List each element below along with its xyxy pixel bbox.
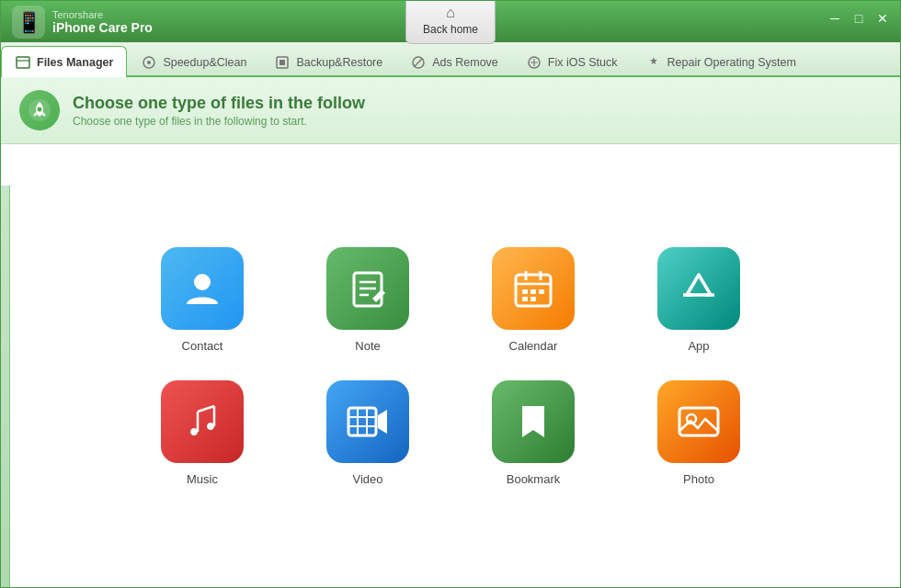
bookmark-label: Bookmark	[507, 472, 561, 486]
file-item-note[interactable]: Note	[303, 247, 432, 353]
svg-rect-24	[539, 289, 544, 294]
svg-line-9	[415, 59, 422, 66]
back-home-icon: ⌂	[446, 5, 455, 21]
file-item-bookmark[interactable]: Bookmark	[469, 380, 598, 486]
tab-ads-remove[interactable]: Ads Remove	[396, 46, 512, 77]
calendar-icon-box	[492, 247, 575, 330]
tab-repair-os[interactable]: Repair Operating System	[632, 46, 810, 77]
svg-point-5	[147, 61, 151, 64]
tab-files-manager[interactable]: Files Manager	[1, 46, 127, 77]
app-icon-box	[657, 247, 740, 330]
file-grid: Contact Note	[138, 247, 763, 486]
svg-rect-26	[530, 297, 536, 301]
calendar-label: Calendar	[509, 339, 558, 353]
app-logo: 📱 Tenorshare iPhone Care Pro	[1, 6, 164, 39]
svg-rect-7	[279, 60, 285, 65]
note-icon	[345, 266, 391, 311]
maximize-button[interactable]: □	[849, 8, 869, 28]
svg-rect-2	[17, 57, 29, 68]
svg-point-12	[38, 107, 42, 112]
svg-rect-30	[348, 408, 376, 435]
app-store-icon	[676, 266, 722, 311]
file-item-photo[interactable]: Photo	[634, 380, 763, 486]
tab-speedup-icon	[141, 54, 157, 71]
logo-icon: 📱	[12, 6, 45, 39]
product-name: iPhone Care Pro	[52, 20, 153, 35]
svg-rect-22	[522, 289, 528, 294]
music-icon-box	[161, 380, 244, 463]
banner-title: Choose one type of files in the follow	[73, 94, 365, 113]
tab-backup-restore[interactable]: Backup&Restore	[260, 46, 396, 77]
maximize-icon: □	[855, 11, 862, 26]
rocket-icon	[27, 97, 52, 123]
tab-backup-icon	[274, 54, 291, 71]
close-icon: ✕	[877, 11, 888, 26]
left-strip	[1, 186, 10, 588]
file-item-video[interactable]: Video	[303, 380, 432, 486]
tab-speedup-clean[interactable]: Speedup&Clean	[127, 46, 260, 77]
file-item-music[interactable]: Music	[138, 380, 267, 486]
banner-subtitle: Choose one type of files in the followin…	[73, 115, 365, 128]
file-item-app[interactable]: App	[634, 247, 763, 353]
tab-ads-icon	[410, 54, 427, 71]
tab-files-manager-icon	[15, 54, 31, 71]
calendar-icon	[510, 266, 556, 311]
music-icon	[179, 399, 225, 445]
contact-icon-box	[161, 247, 244, 330]
back-home-button[interactable]: ⌂ Back home	[405, 1, 496, 44]
svg-rect-35	[679, 408, 718, 435]
tab-ads-label: Ads Remove	[432, 56, 498, 69]
title-bar: 📱 Tenorshare iPhone Care Pro ⌂ Back home…	[1, 1, 900, 42]
video-label: Video	[352, 472, 382, 486]
banner: Choose one type of files in the follow C…	[1, 77, 900, 144]
svg-point-13	[194, 274, 211, 290]
note-label: Note	[355, 339, 380, 353]
tab-bar: Files Manager Speedup&Clean Backup&Resto…	[1, 42, 900, 77]
banner-text: Choose one type of files in the follow C…	[73, 94, 365, 128]
main-content: Contact Note	[1, 144, 900, 588]
minimize-icon: ─	[830, 11, 839, 26]
back-home-label: Back home	[423, 23, 478, 36]
app-label: App	[688, 339, 709, 353]
tab-fix-ios[interactable]: Fix iOS Stuck	[512, 46, 632, 77]
bookmark-icon-box	[492, 380, 575, 463]
music-label: Music	[187, 472, 218, 486]
svg-text:📱: 📱	[17, 10, 42, 35]
brand-name: Tenorshare	[52, 9, 153, 20]
video-icon	[345, 399, 391, 445]
photo-label: Photo	[683, 472, 714, 486]
tab-speedup-label: Speedup&Clean	[163, 56, 246, 69]
tab-files-manager-label: Files Manager	[37, 56, 113, 69]
tab-repair-label: Repair Operating System	[667, 56, 796, 69]
tab-fix-label: Fix iOS Stuck	[548, 56, 618, 69]
file-item-contact[interactable]: Contact	[138, 247, 267, 353]
photo-icon	[676, 399, 722, 445]
tab-repair-icon	[645, 54, 662, 71]
minimize-button[interactable]: ─	[825, 8, 845, 28]
contact-icon	[179, 266, 225, 311]
photo-icon-box	[657, 380, 740, 463]
svg-rect-25	[522, 297, 528, 301]
note-icon-box	[326, 247, 409, 330]
bookmark-icon	[510, 399, 556, 445]
close-button[interactable]: ✕	[872, 8, 893, 28]
svg-line-29	[198, 406, 214, 412]
window-controls: ─ □ ✕	[825, 8, 893, 28]
video-icon-box	[326, 380, 409, 463]
app-title-text: Tenorshare iPhone Care Pro	[52, 9, 153, 35]
banner-icon	[19, 90, 60, 130]
tab-backup-label: Backup&Restore	[296, 56, 382, 69]
svg-rect-23	[530, 289, 536, 294]
file-item-calendar[interactable]: Calendar	[469, 247, 598, 353]
tab-fix-icon	[526, 54, 542, 71]
contact-label: Contact	[182, 339, 223, 353]
